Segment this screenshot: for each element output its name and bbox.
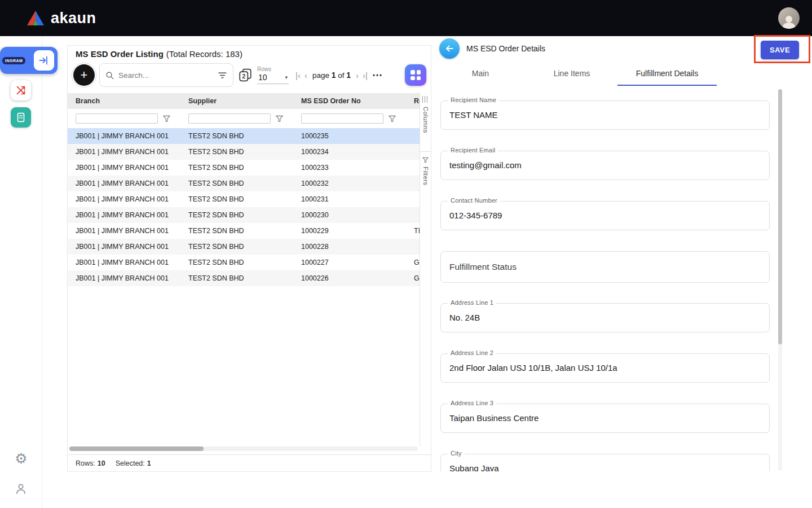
table-cell: TE (406, 227, 420, 235)
left-rail: INGRAM ⚙ (0, 36, 42, 508)
recipient-email-value: testing@gmail.com (441, 151, 769, 179)
city-value: Subang Jaya (441, 454, 769, 471)
tab-line-items-label: Line Items (554, 69, 590, 78)
columns-grip-icon (422, 96, 429, 103)
add-record-button[interactable]: + (73, 64, 95, 86)
order-listing-panel: MS ESD Order Listing(Total Records: 183)… (67, 45, 431, 472)
search-box[interactable] (99, 63, 233, 87)
arrow-left-icon (444, 43, 455, 54)
pdf-tool-shortcut[interactable] (11, 80, 31, 100)
table-row[interactable]: JB001 | JIMMY BRANCH 001TEST2 SDN BHD100… (68, 207, 420, 223)
save-button[interactable]: SAVE (761, 41, 799, 59)
table-row[interactable]: JB001 | JIMMY BRANCH 001TEST2 SDN BHD100… (68, 239, 420, 255)
more-options-button[interactable]: ⋯ (372, 69, 383, 81)
rows-per-page-select[interactable]: Rows 10 ▾ (257, 66, 289, 84)
table-cell: 1000235 (293, 132, 406, 140)
fulfillment-status-placeholder: Fulfillment Status (441, 252, 769, 282)
filters-side-tab[interactable]: Filters (420, 152, 431, 185)
table-cell: GS (406, 259, 420, 266)
vertical-scrollbar (778, 89, 782, 471)
tab-fulfillment-details[interactable]: Fulfillment Details (617, 61, 717, 86)
filter-list-icon[interactable] (218, 71, 227, 80)
funnel-icon (422, 157, 429, 163)
first-page-button[interactable]: |‹ (295, 71, 301, 80)
profile-icon[interactable] (14, 482, 28, 498)
funnel-icon[interactable] (276, 115, 283, 122)
recipient-name-field[interactable]: Recipient Name TEST NAME (440, 100, 770, 130)
details-title: MS ESD Order Details (466, 44, 545, 53)
avatar[interactable] (778, 7, 800, 29)
filter-input-branch[interactable] (76, 113, 158, 124)
column-header-supplier[interactable]: Supplier (180, 97, 293, 105)
chevron-down-icon: ▾ (285, 75, 288, 80)
notes-app-shortcut[interactable] (11, 107, 31, 128)
settings-gear-icon[interactable]: ⚙ (0, 450, 42, 467)
table-row[interactable]: JB001 | JIMMY BRANCH 001TEST2 SDN BHD100… (68, 223, 420, 239)
filter-input-order-no[interactable] (301, 113, 383, 124)
back-button[interactable] (439, 38, 460, 59)
table-row[interactable]: JB001 | JIMMY BRANCH 001TEST2 SDN BHD100… (68, 255, 420, 270)
address-line-2-field[interactable]: Address Line 2 2nd Floor Jalan USJ 10/1B… (440, 353, 770, 383)
table-cell: JB001 | JIMMY BRANCH 001 (68, 227, 180, 235)
tab-fulfillment-label: Fulfillment Details (636, 69, 698, 78)
tab-main[interactable]: Main (435, 61, 526, 86)
tab-main-label: Main (472, 69, 489, 78)
search-input[interactable] (118, 71, 213, 80)
table-cell: JB001 | JIMMY BRANCH 001 (68, 148, 180, 156)
address-line-2-label: Address Line 2 (448, 349, 496, 356)
contact-number-label: Contact Number (448, 197, 500, 204)
horizontal-scrollbar-thumb[interactable] (69, 446, 204, 451)
page-label: page (312, 71, 329, 80)
table-cell: 1000232 (293, 179, 406, 187)
last-page-button[interactable]: ›| (363, 71, 368, 80)
ingram-widget[interactable]: INGRAM (0, 47, 58, 74)
address-line-3-field[interactable]: Address Line 3 Taipan Business Centre (440, 404, 770, 433)
multi-page-icon[interactable]: 2 (238, 68, 253, 82)
tab-line-items[interactable]: Line Items (526, 61, 617, 86)
city-label: City (448, 450, 465, 457)
table-row[interactable]: JB001 | JIMMY BRANCH 001TEST2 SDN BHD100… (68, 160, 420, 176)
table-cell: TEST2 SDN BHD (180, 259, 293, 266)
column-header-branch[interactable]: Branch (68, 97, 180, 105)
horizontal-scrollbar (69, 446, 418, 451)
recipient-name-label: Recipient Name (448, 97, 499, 103)
vertical-scrollbar-thumb[interactable] (778, 89, 782, 344)
table-row[interactable]: JB001 | JIMMY BRANCH 001TEST2 SDN BHD100… (68, 176, 420, 191)
column-header-order-no[interactable]: MS ESD Order No (293, 97, 406, 105)
columns-side-tab[interactable]: Columns (420, 93, 431, 152)
table-filter-row (68, 109, 420, 128)
app-canvas: akaun INGRAM (0, 0, 812, 508)
search-icon (105, 71, 114, 80)
akaun-logo: akaun (26, 10, 96, 27)
contact-number-field[interactable]: Contact Number 012-345-6789 (440, 201, 770, 230)
filter-input-supplier[interactable] (188, 113, 271, 124)
address-line-1-label: Address Line 1 (448, 299, 496, 306)
funnel-icon[interactable] (389, 115, 396, 122)
table-row[interactable]: JB001 | JIMMY BRANCH 001TEST2 SDN BHD100… (68, 270, 420, 286)
prev-page-button[interactable]: ‹ (304, 71, 307, 80)
city-field[interactable]: City Subang Jaya (440, 454, 770, 471)
grid-view-button[interactable] (405, 64, 426, 86)
current-page: 1 (332, 71, 336, 80)
recipient-email-field[interactable]: Recipient Email testing@gmail.com (440, 151, 770, 180)
column-header-clipped[interactable]: Re (406, 97, 420, 105)
table-cell: 1000227 (293, 259, 406, 266)
table-cell: TEST2 SDN BHD (180, 243, 293, 251)
table-row[interactable]: JB001 | JIMMY BRANCH 001TEST2 SDN BHD100… (68, 144, 420, 160)
address-line-1-field[interactable]: Address Line 1 No. 24B (440, 303, 770, 332)
login-button[interactable] (34, 50, 54, 71)
next-page-button[interactable]: › (356, 71, 359, 80)
table-cell: 1000229 (293, 227, 406, 235)
funnel-icon[interactable] (163, 115, 170, 122)
table-header-row: Branch Supplier MS ESD Order No Re (68, 93, 420, 109)
footer-selected-value: 1 (147, 459, 151, 467)
table-row[interactable]: JB001 | JIMMY BRANCH 001TEST2 SDN BHD100… (68, 128, 420, 144)
table-row[interactable]: JB001 | JIMMY BRANCH 001TEST2 SDN BHD100… (68, 191, 420, 207)
table-cell: 1000230 (293, 211, 406, 219)
table-cell: GS (406, 274, 420, 282)
table-cell: 1000231 (293, 195, 406, 203)
fulfillment-status-field[interactable]: Fulfillment Status (440, 251, 770, 283)
table-cell: JB001 | JIMMY BRANCH 001 (68, 274, 180, 282)
fulfillment-form: Recipient Name TEST NAME Recipient Email… (440, 100, 770, 471)
table-cell: 1000233 (293, 164, 406, 172)
